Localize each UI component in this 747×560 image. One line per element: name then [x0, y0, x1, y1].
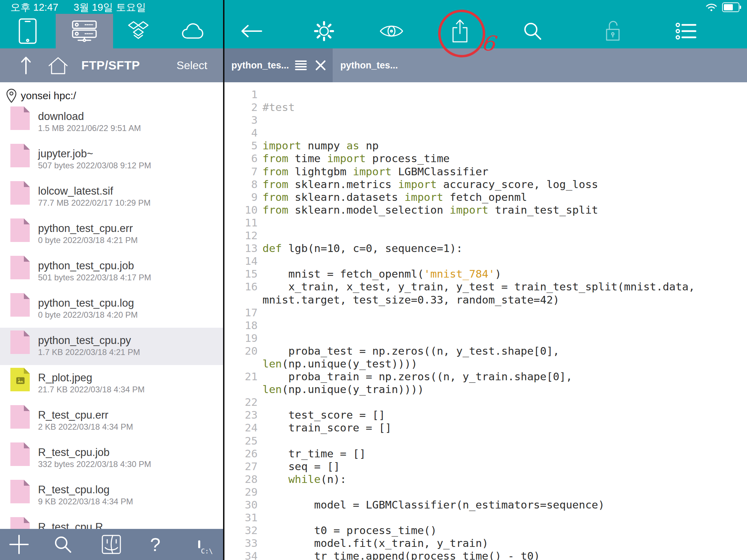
- code-line[interactable]: 4: [224, 127, 747, 139]
- tablet-icon[interactable]: [18, 18, 38, 45]
- code-line[interactable]: 31: [224, 511, 747, 524]
- file-row[interactable]: python_test_cpu.log0 byte 2022/03/18 4:2…: [0, 290, 223, 328]
- bottom-toolbar: ? C:\: [0, 529, 223, 560]
- line-number: 25: [224, 435, 262, 447]
- list-icon[interactable]: [675, 22, 698, 40]
- file-name: R_test_cpu.job: [38, 447, 151, 458]
- code-line[interactable]: 25: [224, 435, 747, 447]
- code-line[interactable]: len(np.unique(y_test)))): [224, 357, 747, 370]
- code-line[interactable]: 30 model = LGBMClassifier(n_estimators=s…: [224, 498, 747, 511]
- code-line[interactable]: 12: [224, 229, 747, 242]
- file-row[interactable]: download1.5 MB 2021/06/22 9:51 AM: [0, 104, 223, 141]
- file-meta: 0 byte 2022/03/18 4:21 PM: [38, 236, 138, 245]
- search-icon[interactable]: [523, 21, 543, 41]
- select-button[interactable]: Select: [177, 59, 208, 72]
- line-content: import numpy as np: [262, 139, 379, 152]
- code-line[interactable]: 17: [224, 306, 747, 319]
- code-line[interactable]: 1: [224, 88, 747, 101]
- code-line[interactable]: 2#test: [224, 101, 747, 114]
- line-number: 34: [224, 550, 262, 560]
- tab-label[interactable]: python_tes...: [231, 60, 289, 71]
- file-row[interactable]: R_test_cpu.R: [0, 514, 223, 529]
- file-row[interactable]: R_test_cpu.log9 KB 2022/03/18 4:34 PM: [0, 477, 223, 514]
- code-line[interactable]: 8from sklearn.metrics import accuracy_sc…: [224, 178, 747, 191]
- code-line[interactable]: 11: [224, 216, 747, 229]
- line-number: 31: [224, 511, 262, 524]
- finder-icon[interactable]: [101, 534, 122, 555]
- code-line[interactable]: 10from sklearn.model_selection import tr…: [224, 204, 747, 216]
- code-line[interactable]: 9from sklearn.datasets import fetch_open…: [224, 191, 747, 204]
- menu-icon[interactable]: [295, 60, 307, 71]
- line-number: 6: [224, 152, 262, 165]
- close-icon[interactable]: [315, 60, 326, 71]
- file-row[interactable]: R_test_cpu.err2 KB 2022/03/18 4:34 PM: [0, 402, 223, 440]
- line-content: model.fit(x_train, y_train): [262, 537, 488, 550]
- code-line[interactable]: 21 proba_train = np.zeros((n, y_train.sh…: [224, 370, 747, 383]
- tab-active[interactable]: python_tes...: [224, 48, 333, 82]
- home-icon[interactable]: [47, 56, 69, 75]
- code-line[interactable]: 7from lightgbm import LGBMClassifier: [224, 165, 747, 178]
- code-rows: 12#test345import numpy as np6from time i…: [224, 82, 747, 560]
- line-content: #test: [262, 101, 295, 114]
- code-line[interactable]: 23 test_score = []: [224, 409, 747, 421]
- line-content: model = LGBMClassifier(n_estimators=sequ…: [262, 498, 605, 511]
- up-arrow-icon[interactable]: [20, 55, 32, 75]
- code-line[interactable]: 34 tr_time.append(process_time() - t0): [224, 550, 747, 560]
- gear-icon[interactable]: [312, 19, 336, 43]
- file-row[interactable]: python_test_cpu.job501 bytes 2022/03/18 …: [0, 253, 223, 290]
- file-row[interactable]: R_test_cpu.job332 bytes 2022/03/18 4:30 …: [0, 440, 223, 477]
- code-line[interactable]: 26 tr_time = []: [224, 447, 747, 460]
- line-number: 28: [224, 473, 262, 486]
- code-line[interactable]: 13def lgb(n=10, c=0, sequence=1):: [224, 242, 747, 255]
- tab-inactive[interactable]: python_tes...: [340, 60, 398, 71]
- line-number: 10: [224, 204, 262, 216]
- dropbox-icon[interactable]: [127, 21, 149, 41]
- code-line[interactable]: 3: [224, 114, 747, 127]
- line-content: def lgb(n=10, c=0, sequence=1):: [262, 242, 463, 255]
- file-row[interactable]: python_test_cpu.py1.7 KB 2022/03/18 4:21…: [0, 328, 223, 365]
- terminal-icon[interactable]: C:\: [198, 541, 200, 548]
- code-line[interactable]: 33 model.fit(x_train, y_train): [224, 537, 747, 550]
- search-icon[interactable]: [54, 535, 72, 554]
- code-editor[interactable]: 12#test345import numpy as np6from time i…: [224, 82, 747, 560]
- eye-icon[interactable]: [379, 23, 404, 39]
- cloud-icon[interactable]: [182, 21, 204, 41]
- plus-icon[interactable]: [8, 534, 30, 555]
- code-line[interactable]: mnist.target, test_size=0.33, random_sta…: [224, 293, 747, 306]
- file-row[interactable]: R_plot.jpeg21.7 KB 2022/03/18 4:34 PM: [0, 365, 223, 402]
- code-line[interactable]: 14: [224, 255, 747, 268]
- file-meta: 1.7 KB 2022/03/18 4:21 PM: [38, 348, 140, 357]
- line-number: 33: [224, 537, 262, 550]
- help-icon[interactable]: ?: [150, 534, 160, 555]
- code-line[interactable]: 20 proba_test = np.zeros((n, y_test.shap…: [224, 345, 747, 357]
- code-line[interactable]: 28 while(n):: [224, 473, 747, 486]
- code-line[interactable]: 29: [224, 486, 747, 498]
- server-icon[interactable]: [71, 20, 98, 43]
- line-number: 23: [224, 409, 262, 421]
- terminal-icon-label: C:\: [201, 547, 213, 555]
- code-line[interactable]: 24 train_score = []: [224, 421, 747, 434]
- file-name: R_test_cpu.R: [38, 521, 103, 529]
- code-line[interactable]: 27 seq = []: [224, 460, 747, 473]
- document-file-icon: [10, 480, 30, 503]
- panel-divider[interactable]: [223, 0, 224, 560]
- back-arrow-icon[interactable]: [240, 24, 263, 39]
- code-line[interactable]: 5import numpy as np: [224, 139, 747, 152]
- lock-open-icon[interactable]: [603, 20, 623, 43]
- line-content: train_score = []: [262, 421, 391, 434]
- code-line[interactable]: 22: [224, 396, 747, 409]
- code-line[interactable]: 16 x_train, x_test, y_train, y_test = tr…: [224, 280, 747, 293]
- file-row[interactable]: lolcow_latest.sif77.7 MB 2022/02/17 10:2…: [0, 178, 223, 216]
- file-row[interactable]: jupyter.job~507 bytes 2022/03/08 9:12 PM: [0, 141, 223, 178]
- code-line[interactable]: 18: [224, 319, 747, 332]
- file-row[interactable]: python_test_cpu.err0 byte 2022/03/18 4:2…: [0, 216, 223, 253]
- line-number: 24: [224, 421, 262, 434]
- location-row: yonsei hpc:/: [0, 82, 223, 104]
- code-line[interactable]: 6from time import process_time: [224, 152, 747, 165]
- line-number: 3: [224, 114, 262, 127]
- code-line[interactable]: 15 mnist = fetch_openml('mnist_784'): [224, 268, 747, 280]
- file-name: jupyter.job~: [38, 148, 151, 160]
- code-line[interactable]: 32 t0 = process_time(): [224, 524, 747, 537]
- code-line[interactable]: len(np.unique(y_train)))): [224, 383, 747, 396]
- code-line[interactable]: 19: [224, 332, 747, 345]
